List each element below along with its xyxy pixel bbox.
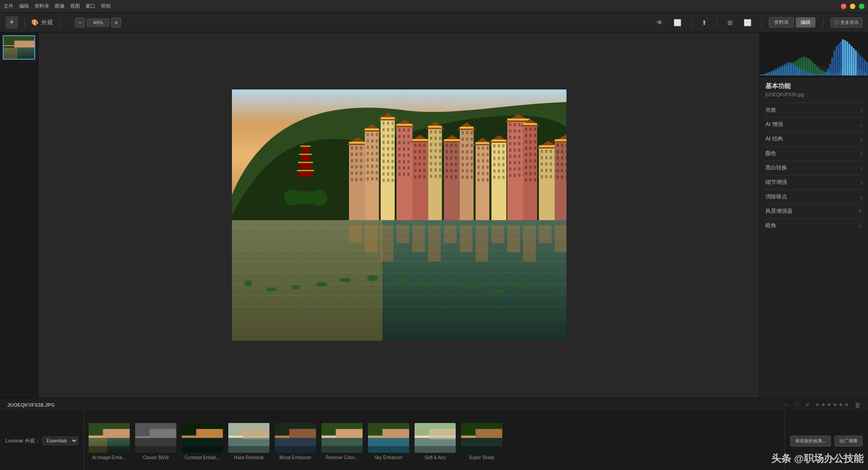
main-canvas [232, 89, 566, 341]
section-denoise[interactable]: 消除噪点 › [765, 189, 863, 204]
sun-icon: ☀ [858, 208, 863, 214]
bottom-meta: ○ · ♡ ✕ ★ ★ ★ ★ ★ ★ 🗑 [783, 401, 861, 409]
preset-name-sky: Sky Enhancer [374, 455, 402, 460]
main-area: 基本功能 jUOEQKVFX38.jpg 光效 › AI 增强 › AI 结构 … [0, 33, 868, 398]
menu-window[interactable]: 窗口 [85, 3, 95, 9]
reset-button[interactable]: 出厂调整 [835, 436, 863, 446]
menu-help[interactable]: 帮助 [101, 3, 111, 9]
section-vignette-label: 暗角 [765, 222, 776, 230]
preset-item-sky[interactable]: Sky Enhancer [367, 422, 410, 460]
preset-item-contrast[interactable]: Contrast Enhan... [181, 422, 224, 460]
preset-thumb-classic-bw [134, 422, 177, 454]
info-button[interactable]: ⓘ 更多资讯 [830, 18, 863, 28]
preset-canvas-mood [275, 423, 316, 453]
preset-item-remove-color[interactable]: Remove Color... [321, 422, 363, 460]
panel-title: 基本功能 [765, 82, 863, 90]
look-icon: 🎨 [31, 19, 38, 26]
bottom-filename: JUOEQKVFX38.JPG [7, 402, 55, 408]
menu-library[interactable]: 资料库 [34, 3, 49, 9]
preset-canvas-remove-color [321, 423, 363, 453]
preset-name-soft-airy: Soft & Airy [425, 455, 446, 460]
maximize-btn[interactable] [859, 4, 864, 9]
grid-icon-button[interactable]: ⊞ [725, 18, 736, 27]
preset-name-classic-bw: Classic B&W [142, 455, 169, 460]
watermark: 头条 @职场办公技能 [771, 452, 863, 465]
star-rating[interactable]: ★ ★ ★ ★ ★ ★ [815, 402, 849, 408]
section-ai-structure[interactable]: AI 结构 › [765, 132, 863, 146]
edit-tab[interactable]: 编辑 [796, 17, 816, 28]
chevron-icon-6: › [860, 179, 863, 186]
presets-scroll-area: AI Image Enha...Classic B&WContrast Enha… [84, 412, 784, 470]
toolbar-separator [24, 18, 25, 27]
section-landscape-label: 风景增强器 [765, 207, 793, 215]
section-color[interactable]: 颜色 › [765, 146, 863, 160]
section-vignette[interactable]: 暗角 ☺ [765, 218, 863, 233]
preset-item-soft-airy[interactable]: Soft & Airy [414, 422, 457, 460]
filmstrip-thumbnail[interactable] [3, 35, 35, 60]
section-light[interactable]: 光效 › [765, 103, 863, 117]
preset-name-remove-color: Remove Color... [326, 455, 358, 460]
section-light-label: 光效 [765, 106, 776, 114]
lib-edit-tabs: 资料库 编辑 [769, 17, 816, 28]
section-detail[interactable]: 细节增强 › [765, 175, 863, 189]
cross-icon[interactable]: ✕ [805, 402, 810, 408]
preset-item-ai-image[interactable]: AI Image Enha... [88, 422, 131, 460]
share-icon-button[interactable]: ⬆ [699, 18, 710, 27]
luminar-look-label: Luminar 外观： [5, 437, 40, 444]
panel-filename: jUOEQKVFX38.jpg [765, 92, 863, 97]
preset-name-ai-image: AI Image Enha... [92, 455, 126, 460]
menu-edit[interactable]: 编辑 [19, 3, 29, 9]
section-bw-label: 黑白转换 [765, 164, 787, 172]
preset-thumb-soft-airy [414, 422, 457, 454]
preset-item-super-sharp[interactable]: Super Sharp [460, 422, 503, 460]
toolbar-sep-5 [761, 18, 762, 27]
eye-icon-button[interactable]: 👁 [654, 18, 665, 27]
preset-canvas-sky [368, 423, 409, 453]
menu-file[interactable]: 文件 [4, 3, 14, 9]
minimize-btn[interactable] [850, 4, 855, 9]
single-view-button[interactable]: ⬜ [741, 18, 754, 27]
add-button[interactable]: + [5, 16, 18, 29]
menu-view[interactable]: 视图 [70, 3, 80, 9]
section-landscape[interactable]: 风景增强器 ☀ [765, 204, 863, 218]
zoom-input[interactable] [87, 19, 109, 27]
bottom-bar: JUOEQKVFX38.JPG ○ · ♡ ✕ ★ ★ ★ ★ ★ ★ 🗑 [0, 398, 868, 411]
circle-icon[interactable]: ○ · [783, 402, 789, 408]
zoom-minus-button[interactable]: − [75, 18, 85, 28]
chevron-icon: › [860, 107, 863, 114]
filmstrip-panel [0, 33, 38, 398]
preset-name-mood: Mood Enhancer [279, 455, 311, 460]
menu-bar: 文件 编辑 资料库 图像 视图 窗口 帮助 [4, 3, 111, 9]
preset-thumb-super-sharp [460, 422, 503, 454]
presets-category-select[interactable]: Essentials Portrait Landscape [42, 437, 78, 445]
section-bw[interactable]: 黑白转换 › [765, 160, 863, 175]
trash-icon[interactable]: 🗑 [854, 401, 861, 409]
preset-item-haze[interactable]: Haze Removal [227, 422, 270, 460]
toolbar-sep-6 [823, 18, 823, 27]
menu-image[interactable]: 图像 [55, 3, 65, 9]
preset-canvas-super-sharp [461, 423, 502, 453]
save-preset-button[interactable]: 保存新的效果... [790, 436, 831, 446]
look-selector[interactable]: 🎨 外观 [31, 19, 53, 27]
toolbar-sep-3 [691, 18, 692, 27]
frame-icon-button[interactable]: ⬜ [671, 18, 684, 27]
close-btn[interactable] [841, 4, 846, 9]
preset-item-classic-bw[interactable]: Classic B&W [134, 422, 177, 460]
section-ai-enhance[interactable]: AI 增强 › [765, 117, 863, 132]
toolbar-sep-4 [717, 18, 717, 27]
preset-item-mood[interactable]: Mood Enhancer [274, 422, 317, 460]
section-ai-structure-label: AI 结构 [765, 135, 783, 143]
zoom-plus-button[interactable]: + [111, 18, 121, 28]
histogram-area [760, 33, 868, 78]
section-ai-enhance-label: AI 增强 [765, 121, 783, 128]
preset-canvas-ai-image [89, 423, 130, 453]
toolbar-separator-2 [59, 18, 60, 27]
preset-canvas-contrast [182, 423, 223, 453]
section-denoise-label: 消除噪点 [765, 193, 787, 201]
heart-icon[interactable]: ♡ [795, 402, 800, 408]
toolbar-right: 👁 ⬜ ⬆ ⊞ ⬜ 资料库 编辑 ⓘ 更多资讯 [654, 17, 863, 28]
canvas-area [38, 33, 760, 398]
presets-strip: Luminar 外观： Essentials Portrait Landscap… [0, 411, 868, 470]
library-tab[interactable]: 资料库 [769, 17, 794, 28]
right-panel: 基本功能 jUOEQKVFX38.jpg 光效 › AI 增强 › AI 结构 … [760, 33, 868, 398]
